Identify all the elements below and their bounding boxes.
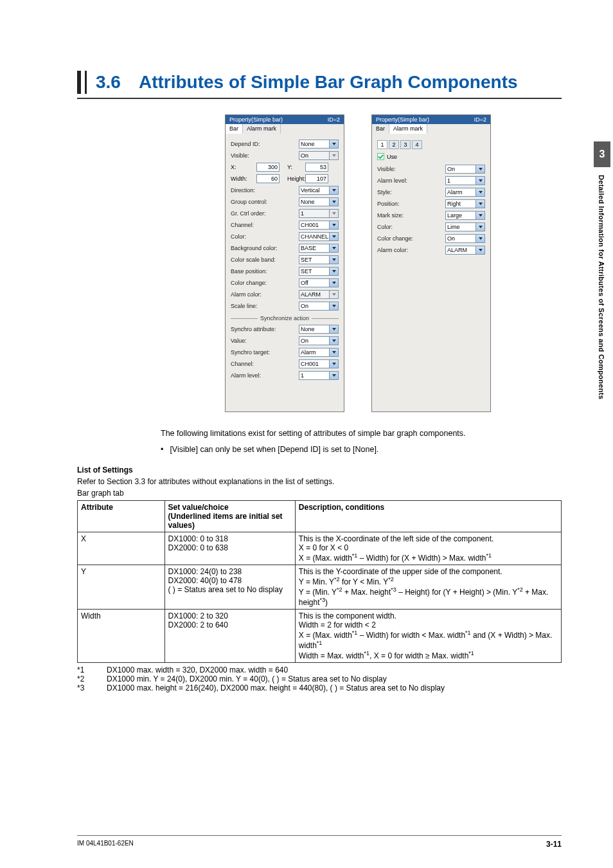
table-row: XDX1000: 0 to 318DX2000: 0 to 638This is… xyxy=(78,532,562,565)
chevron-down-icon xyxy=(329,372,338,379)
panel-tabs: Bar Alarm mark xyxy=(372,124,490,134)
footer-rule xyxy=(77,835,562,836)
combo-a-alarm-color[interactable]: ALARM xyxy=(445,246,485,255)
chevron-down-icon xyxy=(329,152,338,159)
combo-sync-value[interactable]: On xyxy=(299,336,339,345)
chevron-down-icon xyxy=(329,325,338,333)
limitations-para: The following limitations exist for sett… xyxy=(161,428,562,440)
panel-body-alarm: 1 2 3 4 Use Visible:On Alarm level:1 Sty… xyxy=(372,134,490,411)
panel-body-bar: Depend ID:None Visible:On X: 300 Y: 53 W… xyxy=(226,134,344,411)
alarm-num-tabs: 1 2 3 4 xyxy=(377,140,485,149)
cell-description: This is the X-coordinate of the left sid… xyxy=(295,532,561,565)
combo-sync-attr[interactable]: None xyxy=(299,325,339,334)
chevron-down-icon xyxy=(329,302,338,310)
combo-base-position[interactable]: SET xyxy=(299,267,339,276)
chapter-side-tab: 3 Detailed Information for Attributes of… xyxy=(594,141,613,399)
chevron-down-icon xyxy=(329,279,338,287)
th-attribute: Attribute xyxy=(78,500,165,532)
lbl-sync-value: Value: xyxy=(231,338,299,344)
input-y[interactable]: 53 xyxy=(305,163,328,172)
combo-a-color-change[interactable]: On xyxy=(445,234,485,243)
lbl-a-mark-size: Mark size: xyxy=(377,212,445,219)
combo-scale-line[interactable]: On xyxy=(299,302,339,311)
cell-set-value: DX1000: 24(0) to 238DX2000: 40(0) to 478… xyxy=(164,565,295,609)
combo-alarm-color[interactable]: ALARM xyxy=(299,290,339,299)
lbl-x: X: xyxy=(231,164,256,170)
tab-bar[interactable]: Bar xyxy=(226,124,243,134)
chevron-down-icon xyxy=(475,246,484,254)
lbl-base-position: Base position: xyxy=(231,268,299,275)
footer-doc-id: IM 04L41B01-62EN xyxy=(77,840,134,849)
chevron-down-icon xyxy=(475,235,484,242)
combo-a-position[interactable]: Right xyxy=(445,199,485,208)
input-height[interactable]: 107 xyxy=(305,174,328,183)
chevron-down-icon xyxy=(475,177,484,185)
chevron-down-icon xyxy=(329,221,338,229)
footnote-key: *1 xyxy=(77,665,107,674)
chevron-down-icon xyxy=(329,233,338,240)
checkbox-use[interactable] xyxy=(377,153,384,160)
alarm-tab-1[interactable]: 1 xyxy=(377,140,387,149)
panel-header-id: ID=2 xyxy=(474,116,486,123)
lbl-group-control: Group control: xyxy=(231,199,299,205)
lbl-scale-line: Scale line: xyxy=(231,303,299,309)
alarm-tab-4[interactable]: 4 xyxy=(412,140,422,149)
combo-bg-color[interactable]: BASE xyxy=(299,244,339,253)
lbl-color-scale-band: Color scale band: xyxy=(231,257,299,263)
combo-a-color[interactable]: Lime xyxy=(445,222,485,231)
lbl-gr-ctrl-order: Gr. Ctrl order: xyxy=(231,210,299,217)
chevron-down-icon xyxy=(329,210,338,217)
tab-alarm-mark[interactable]: Alarm mark xyxy=(389,124,427,134)
combo-gr-ctrl-order[interactable]: 1 xyxy=(299,209,339,218)
combo-channel[interactable]: CH001 xyxy=(299,221,339,230)
panel-header-title: Property(Simple bar) xyxy=(376,116,429,123)
chevron-down-icon xyxy=(329,186,338,194)
cell-description: This is the Y-coordinate of the upper si… xyxy=(295,565,561,609)
tab-bar[interactable]: Bar xyxy=(372,124,389,134)
chevron-down-icon xyxy=(329,291,338,298)
cell-attribute: Y xyxy=(78,565,165,609)
lbl-a-color: Color: xyxy=(377,224,445,230)
footer-page-number: 3-11 xyxy=(546,840,562,849)
lbl-a-position: Position: xyxy=(377,201,445,207)
alarm-tab-3[interactable]: 3 xyxy=(400,140,411,149)
lbl-depend-id: Depend ID: xyxy=(231,141,299,147)
title-decor-bar-thick xyxy=(77,71,81,94)
cell-attribute: Width xyxy=(78,609,165,662)
th-description: Description, conditions xyxy=(295,500,561,532)
chevron-down-icon xyxy=(475,188,484,196)
list-of-settings-heading: List of Settings xyxy=(77,466,562,475)
combo-color-scale-band[interactable]: SET xyxy=(299,255,339,264)
lbl-visible: Visible: xyxy=(231,152,299,159)
combo-a-alarm-level[interactable]: 1 xyxy=(445,176,485,185)
combo-a-style[interactable]: Alarm xyxy=(445,188,485,197)
alarm-tab-2[interactable]: 2 xyxy=(389,140,399,149)
lbl-alarm-color: Alarm color: xyxy=(231,291,299,298)
input-width[interactable]: 60 xyxy=(256,174,280,183)
combo-visible[interactable]: On xyxy=(299,151,339,160)
combo-direction[interactable]: Vertical xyxy=(299,186,339,195)
combo-depend-id[interactable]: None xyxy=(299,140,339,149)
panel-tabs: Bar Alarm mark xyxy=(226,124,344,134)
lbl-a-alarm-color: Alarm color: xyxy=(377,247,445,253)
cell-description: This is the component width.Width = 2 fo… xyxy=(295,609,561,662)
chevron-down-icon xyxy=(329,267,338,275)
lbl-bg-color: Background color: xyxy=(231,245,299,251)
combo-color-change[interactable]: Off xyxy=(299,278,339,287)
tab-alarm-mark[interactable]: Alarm mark xyxy=(243,124,281,134)
combo-sync-target[interactable]: Alarm xyxy=(299,348,339,357)
lbl-a-style: Style: xyxy=(377,189,445,195)
combo-sync-alarm-level[interactable]: 1 xyxy=(299,371,339,380)
footnotes: *1DX1000 max. width = 320, DX2000 max. w… xyxy=(77,665,562,692)
property-panels: Property(Simple bar) ID=2 Bar Alarm mark… xyxy=(154,114,562,412)
combo-a-visible[interactable]: On xyxy=(445,165,485,174)
chevron-down-icon xyxy=(475,200,484,208)
combo-a-mark-size[interactable]: Large xyxy=(445,211,485,220)
input-x[interactable]: 300 xyxy=(256,163,280,172)
combo-color[interactable]: CHANNEL xyxy=(299,232,339,241)
footnote: *1DX1000 max. width = 320, DX2000 max. w… xyxy=(77,665,562,674)
lbl-sync-alarm-level: Alarm level: xyxy=(231,372,299,379)
combo-group-control[interactable]: None xyxy=(299,197,339,206)
combo-sync-channel[interactable]: CH001 xyxy=(299,359,339,368)
lbl-y: Y: xyxy=(287,164,305,170)
